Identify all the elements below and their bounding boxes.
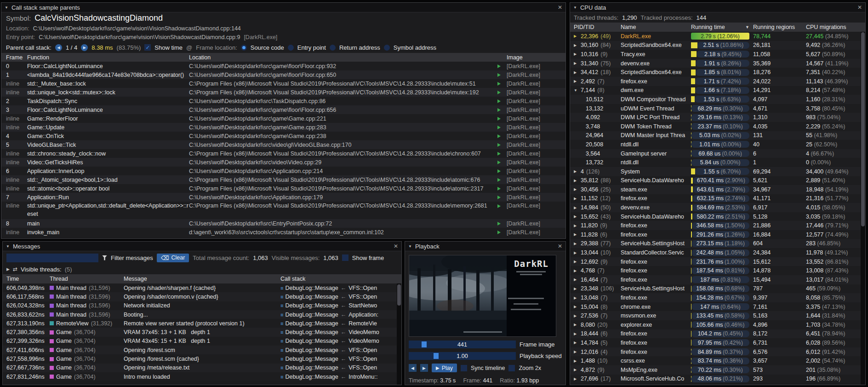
- expand-icon[interactable]: ▶: [574, 242, 578, 246]
- frame-row[interactable]: inlinestd::unique_ptr<Application,std::d…: [1, 202, 565, 219]
- open-source-icon[interactable]: [497, 193, 507, 202]
- open-source-icon[interactable]: [497, 202, 507, 210]
- next-parent-button[interactable]: ▶: [81, 44, 88, 51]
- cpu-row[interactable]: 24,964DWM Master Input Threa5.03 ms(0.02…: [570, 131, 865, 140]
- open-source-icon[interactable]: [497, 158, 507, 167]
- frame-row[interactable]: 1<lambda_84a19dc444fae966ca174e83e708bdc…: [1, 70, 565, 79]
- open-source-icon[interactable]: [497, 149, 507, 158]
- frame-row[interactable]: inlinestd::unique_lock<std::mutex>::lock…: [1, 88, 565, 97]
- message-row[interactable]: 627,399,326nsGame(36,704)VRAM 43x45: 15 …: [3, 337, 401, 346]
- close-icon[interactable]: ✕: [558, 243, 562, 249]
- close-icon[interactable]: ✕: [394, 243, 398, 249]
- message-row[interactable]: 626,024,328nsMain thread(31,596)Network …: [3, 301, 401, 310]
- collapse-icon[interactable]: ▼: [5, 6, 8, 10]
- expand-icon[interactable]: ▶: [574, 251, 578, 255]
- expand-icon[interactable]: ▶: [574, 52, 578, 56]
- scrollbar-thumb[interactable]: [861, 32, 865, 226]
- visible-threads-row[interactable]: ▶ ⇄ Visible threads: (5): [3, 264, 401, 274]
- frame-row[interactable]: inlinestd::atomic<bool>::operator boolC:…: [1, 184, 565, 193]
- expand-threads-icon[interactable]: ▶: [6, 267, 10, 271]
- callstack-cell[interactable]: ≡DebugLog::Message←VideoMemo: [280, 338, 396, 344]
- column-header-running-time[interactable]: Running time ▼: [691, 23, 753, 32]
- frame-row[interactable]: inlinestd::chrono::steady_clock::nowC:\P…: [1, 149, 565, 158]
- show-time-checkbox[interactable]: [144, 44, 151, 51]
- frame-row[interactable]: 4Game::OnTickC:\Users\wolf\Desktop\darkr…: [1, 132, 565, 140]
- column-header-cpu-migrations[interactable]: CPU migrations: [806, 24, 860, 30]
- expand-icon[interactable]: ▶: [574, 43, 578, 47]
- expand-icon[interactable]: ▶: [574, 34, 578, 38]
- open-source-icon[interactable]: [497, 132, 507, 140]
- clear-button[interactable]: ⌫ Clear: [157, 254, 189, 262]
- open-source-icon[interactable]: [497, 140, 507, 149]
- expand-icon[interactable]: ▶: [574, 70, 578, 75]
- expand-icon[interactable]: ▶: [574, 314, 578, 318]
- playback-titlebar[interactable]: ▼ Playback ✕: [405, 242, 565, 251]
- callstack-cell[interactable]: ≡DebugLog::Message←VFS::Open: [280, 285, 396, 291]
- expand-icon[interactable]: ▶: [574, 296, 578, 300]
- callstack-cell[interactable]: ≡DebugLog::Message←VideoMemo: [280, 329, 396, 335]
- frame-image[interactable]: DarkRL: [409, 255, 556, 337]
- cpu-scrollbar[interactable]: [861, 32, 865, 385]
- message-row[interactable]: 626,833,622nsMain thread(31,596)Booting.…: [3, 310, 401, 319]
- callstack-cell[interactable]: ≡DebugLog::Message←VFS::Open: [280, 364, 396, 371]
- cpu-row[interactable]: ▶27,536(7)msvsmon.exe133.45 ms(0.58%)5,1…: [570, 311, 865, 320]
- expand-icon[interactable]: ▶: [574, 232, 578, 237]
- message-row[interactable]: 606,049,398nsMain thread(31,596)Opening …: [3, 283, 401, 292]
- cpu-row[interactable]: ▶23,348(106)ServiceHub.SettingsHost158.0…: [570, 284, 865, 294]
- message-row[interactable]: 627,313,190nsRemoteView(31,392)Remote vi…: [3, 319, 401, 328]
- frame-row[interactable]: 0Floor::CalcLightNoLuminanceC:\Users\wol…: [1, 62, 565, 70]
- expand-icon[interactable]: ▶: [574, 187, 578, 191]
- frame-row[interactable]: 8mainC:\Users\wolf\Desktop\darkrl\src\En…: [1, 219, 565, 228]
- cpu-row[interactable]: ▶15,652(43)ServiceHub.DataWareho580.22 m…: [570, 212, 865, 221]
- open-source-icon[interactable]: [497, 228, 507, 237]
- column-header-running-regions[interactable]: Running regions: [753, 24, 806, 30]
- cpu-row[interactable]: ▶8,080(20)explorer.exe105.66 ms(0.46%)4,…: [570, 320, 865, 329]
- frame-row[interactable]: 2TaskDispatch::SyncC:\Users\wolf\Desktop…: [1, 97, 565, 105]
- cpu-row[interactable]: 20,508ntdll.dll1.01 ms(0.00%)4025 (62.50…: [570, 140, 865, 149]
- frame-row[interactable]: 3Floor::CalcLightNoLuminanceC:\Users\wol…: [1, 105, 565, 114]
- message-row[interactable]: 627,558,996nsGame(36,704)Opening /forest…: [3, 354, 401, 363]
- message-row[interactable]: 627,411,606nsGame(36,704)Opening /forest…: [3, 346, 401, 354]
- expand-icon[interactable]: ▶: [574, 260, 578, 264]
- expand-icon[interactable]: ▶: [574, 305, 578, 309]
- open-source-icon[interactable]: [497, 88, 507, 97]
- prev-frame-button[interactable]: ◀: [409, 364, 417, 372]
- frame-row[interactable]: inlinestd::_Atomic_storage<bool,1>::load…: [1, 175, 565, 184]
- cpu-row[interactable]: ▶27,696(17)Microsoft.ServiceHub.Co48.06 …: [570, 375, 865, 384]
- cpu-row[interactable]: 3,564GameInput server69.68 us(0.00%)64 (…: [570, 149, 865, 158]
- radio-entry-point[interactable]: [288, 45, 294, 51]
- cpu-row[interactable]: ▶35,812(88)ServiceHub.DataWareho670.41 m…: [570, 176, 865, 185]
- column-header-name[interactable]: Name: [621, 24, 691, 30]
- open-source-icon[interactable]: [497, 175, 507, 184]
- expand-icon[interactable]: ▶: [574, 179, 578, 183]
- collapse-icon[interactable]: ▼: [6, 244, 10, 248]
- cpu-row[interactable]: ▶10,316(9)Tracy.exe2.18 s(9.45%)11,0585,…: [570, 50, 865, 59]
- frame-row[interactable]: inlineGame::RenderFloorC:\Users\wolf\Des…: [1, 114, 565, 123]
- cpu-row[interactable]: ▶13,044(10)StandardCollector.Servic242.4…: [570, 248, 865, 257]
- open-source-icon[interactable]: [497, 123, 507, 132]
- cpu-row[interactable]: ▶11,820(9)firefox.exe346.58 ms(1.50%)21,…: [570, 221, 865, 230]
- cpu-row[interactable]: ▶12,692(9)firefox.exe231.76 ms(1.00%)15,…: [570, 257, 865, 266]
- radio-source-code[interactable]: [241, 45, 247, 51]
- close-icon[interactable]: ✕: [558, 4, 562, 11]
- open-source-icon[interactable]: [497, 114, 507, 123]
- open-source-icon[interactable]: [497, 105, 507, 114]
- open-source-icon[interactable]: [497, 97, 507, 105]
- expand-icon[interactable]: ▶: [574, 269, 578, 273]
- cpu-row[interactable]: ▶14,784(5)firefox.exe97.95 ms(0.42%)6,73…: [570, 338, 865, 347]
- open-source-icon[interactable]: [497, 167, 507, 175]
- scrollbar-thumb[interactable]: [397, 284, 401, 306]
- callstack-cell[interactable]: ≡DebugLog::Message←Application:: [280, 312, 396, 318]
- cpu-row[interactable]: ▶18,444(6)firefox.exe104.2 ms(0.45%)8,17…: [570, 329, 865, 339]
- cpu-row[interactable]: ▶34,412(18)ScriptedSandbox64.exe1.85 s(8…: [570, 68, 865, 77]
- expand-icon[interactable]: ▶: [574, 323, 578, 327]
- show-frame-checkbox[interactable]: [342, 254, 348, 261]
- expand-icon[interactable]: ▶: [574, 206, 578, 210]
- callstack-cell[interactable]: ≡DebugLog::Message←VFS::Open: [280, 356, 396, 362]
- expand-icon[interactable]: ▶: [574, 61, 578, 65]
- cpu-row[interactable]: 13,732ntdll.dll5.84 us(0.00%)10 (0.00%): [570, 158, 865, 167]
- expand-icon[interactable]: ▶: [574, 359, 578, 363]
- expand-icon[interactable]: ▶: [574, 332, 578, 336]
- column-header-pid-tid[interactable]: PID/TID: [574, 24, 621, 30]
- cpu-row[interactable]: ▶11,828(6)firefox.exe291.26 ms(1.26%)16,…: [570, 230, 865, 239]
